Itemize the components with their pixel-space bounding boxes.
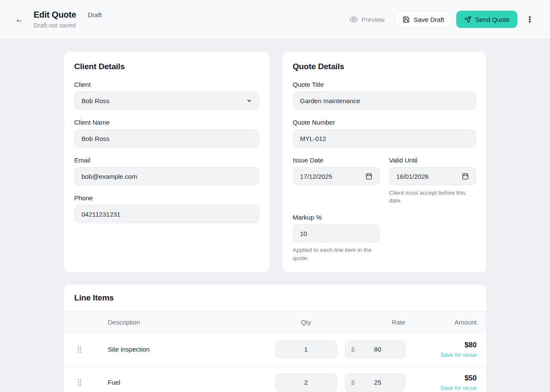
line-item-row: Site inspection $ $80 Save for reuse [64, 333, 486, 366]
quote-number-input[interactable] [293, 129, 476, 147]
markup-input[interactable] [293, 224, 380, 242]
save-status-text: Draft not saved [34, 22, 102, 29]
quote-title-field: Quote Title [293, 81, 476, 110]
issue-date-label: Issue Date [293, 156, 380, 164]
issue-date-field: Issue Date 17/12/2025 [293, 156, 380, 205]
qty-input[interactable] [275, 340, 337, 358]
qty-column-header: Qty [275, 318, 337, 326]
line-items-card: Line Items Description Qty Rate Amount S… [64, 284, 487, 392]
line-item-amount: $50 [464, 374, 476, 383]
valid-until-label: Valid Until [389, 156, 476, 164]
chevron-down-icon [246, 98, 252, 104]
amount-cell: $50 Save for reuse [413, 374, 477, 391]
header-title-block: Edit Quote Draft Draft not saved [34, 10, 102, 29]
grip-dots-icon [77, 379, 82, 386]
rate-input[interactable] [355, 379, 401, 386]
email-input[interactable] [74, 167, 259, 185]
qty-input[interactable] [275, 374, 337, 392]
send-icon [464, 16, 471, 23]
drag-handle[interactable] [74, 377, 86, 389]
client-details-card: Client Details Client Bob Ross Client Na… [64, 51, 270, 273]
valid-until-help: Client must accept before this date. [389, 189, 476, 205]
email-label: Email [74, 156, 259, 164]
phone-label: Phone [74, 194, 259, 202]
issue-date-input[interactable]: 17/12/2025 [293, 167, 380, 185]
quote-number-label: Quote Number [293, 119, 476, 126]
dates-row: Issue Date 17/12/2025 Valid Until 16/01/… [293, 156, 476, 205]
page-title: Edit Quote [34, 10, 76, 20]
preview-button[interactable]: Preview [345, 12, 389, 27]
client-select-value: Bob Ross [82, 97, 110, 104]
rate-input-group: $ [345, 374, 406, 392]
amount-cell: $80 Save for reuse [413, 341, 477, 358]
rate-input[interactable] [355, 346, 401, 353]
client-details-title: Client Details [74, 62, 259, 71]
eye-icon [350, 15, 358, 24]
rate-column-header: Rate [345, 318, 406, 326]
main-content: Client Details Client Bob Ross Client Na… [64, 39, 487, 392]
status-badge: Draft [88, 11, 102, 18]
line-item-amount: $80 [464, 341, 476, 349]
client-name-field: Client Name [74, 119, 259, 147]
issue-date-value: 17/12/2025 [300, 173, 332, 180]
preview-button-label: Preview [362, 16, 384, 23]
phone-input[interactable] [74, 205, 259, 223]
back-arrow-icon: ← [15, 15, 24, 24]
line-items-title: Line Items [74, 293, 114, 302]
rate-input-group: $ [345, 340, 406, 358]
currency-symbol: $ [351, 379, 355, 386]
more-options-button[interactable]: ⋮ [523, 12, 536, 27]
client-select[interactable]: Bob Ross [74, 92, 259, 110]
line-items-column-headers: Description Qty Rate Amount [64, 312, 486, 333]
save-icon [403, 16, 410, 23]
quote-number-field: Quote Number [293, 119, 476, 147]
calendar-icon [462, 173, 469, 180]
save-for-reuse-link[interactable]: Save for reuse [440, 385, 477, 391]
client-name-label: Client Name [74, 119, 259, 126]
markup-field: Markup % Applied to each line item in th… [293, 214, 476, 262]
save-for-reuse-link[interactable]: Save for reuse [440, 352, 477, 358]
quote-details-card: Quote Details Quote Title Quote Number I… [282, 51, 487, 273]
valid-until-field: Valid Until 16/01/2026 Client must accep… [389, 156, 476, 205]
header: ← Edit Quote Draft Draft not saved Previ… [0, 0, 550, 39]
quote-title-label: Quote Title [293, 81, 476, 88]
calendar-icon [366, 173, 372, 180]
line-items-header: Line Items [64, 285, 486, 312]
markup-help: Applied to each line item in the quote. [293, 246, 385, 262]
email-field: Email [74, 156, 259, 185]
markup-label: Markup % [293, 214, 476, 221]
line-item-description[interactable]: Fuel [99, 379, 267, 386]
client-label: Client [74, 81, 259, 88]
valid-until-input[interactable]: 16/01/2026 [389, 167, 476, 185]
send-quote-button[interactable]: Send Quote [456, 11, 517, 28]
quote-details-title: Quote Details [293, 62, 476, 71]
description-column-header: Description [99, 318, 267, 326]
client-field: Client Bob Ross [74, 81, 259, 110]
client-name-input[interactable] [74, 129, 259, 147]
grip-dots-icon [77, 346, 82, 353]
line-item-description[interactable]: Site inspection [99, 346, 267, 353]
back-button[interactable]: ← [12, 12, 27, 27]
save-draft-button[interactable]: Save Draft [395, 11, 452, 28]
phone-field: Phone [74, 194, 259, 223]
line-item-row: Fuel $ $50 Save for reuse [64, 366, 486, 392]
valid-until-value: 16/01/2026 [396, 173, 429, 180]
save-draft-button-label: Save Draft [414, 16, 444, 23]
quote-title-input[interactable] [293, 92, 476, 110]
amount-column-header: Amount [413, 318, 477, 326]
send-quote-button-label: Send Quote [475, 16, 510, 23]
currency-symbol: $ [351, 346, 355, 353]
kebab-icon: ⋮ [526, 15, 534, 24]
drag-handle[interactable] [74, 343, 86, 355]
header-actions: Preview Save Draft Send Quote ⋮ [345, 11, 536, 28]
